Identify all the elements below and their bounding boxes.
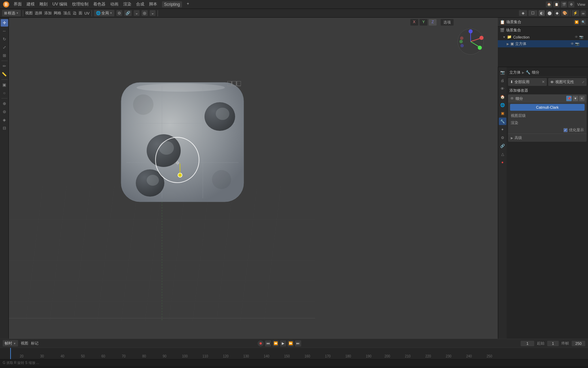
tool-annotate[interactable]: ✏ [1, 62, 8, 70]
menu-sculpt[interactable]: 雕刻 [39, 1, 48, 7]
advanced-row[interactable]: ▶ 高级 [508, 134, 587, 142]
timeline-mode[interactable]: 帧时 ▼ [3, 340, 18, 347]
header-view[interactable]: 视图 [25, 11, 33, 16]
prop-icon-render[interactable]: 📷 [499, 68, 506, 76]
modifier-vis-toggle[interactable]: 👁 [510, 96, 514, 101]
viewport-shading4[interactable]: 🎨 [561, 10, 569, 16]
header-vertex[interactable]: 顶点 [63, 11, 71, 16]
header-uv[interactable]: UV [84, 11, 89, 15]
tool-move[interactable]: ↔ [1, 27, 8, 35]
prop-icon-particles[interactable]: ✦ [499, 126, 506, 133]
tool-transform[interactable]: ⊞ [1, 52, 8, 59]
tool-rotate[interactable]: ↻ [1, 35, 8, 43]
xray-toggle[interactable]: ☐ [528, 10, 537, 16]
tool-loop-cut[interactable]: ⊟ [1, 124, 8, 132]
xyz-z-btn[interactable]: Z [429, 19, 437, 26]
tool-cursor[interactable]: ✛ [1, 19, 8, 27]
tool-add-cube[interactable]: ▣ [1, 81, 8, 89]
start-frame-input[interactable]: 1 [547, 341, 559, 346]
header-select[interactable]: 选择 [35, 11, 42, 16]
skip-end-btn[interactable]: ⏭ [295, 340, 301, 347]
menu-scripting2[interactable]: Scripting [162, 1, 182, 7]
topbar-icon-view[interactable]: 📋 [553, 1, 559, 7]
header-add[interactable]: 添加 [44, 11, 52, 16]
prop-icon-output[interactable]: 🖨 [499, 77, 506, 84]
viewport-shading3[interactable]: ◆ [554, 10, 560, 16]
record-btn[interactable]: ⏺ [258, 340, 264, 347]
prop-icon-constraints[interactable]: 🔗 [499, 142, 506, 150]
options-btn[interactable]: 选项 [441, 19, 454, 26]
view-gizmo[interactable]: X Y Z [457, 28, 484, 55]
move-dot[interactable] [178, 173, 182, 178]
topbar-icon-settings[interactable]: ⚙ [568, 1, 574, 7]
header-face[interactable]: 面 [79, 11, 82, 16]
view-extras[interactable]: ⚡ [572, 10, 579, 16]
header-edge[interactable]: 边 [73, 11, 77, 16]
menu-plus[interactable]: + [187, 1, 189, 7]
prop-icon-physics[interactable]: ⚙ [499, 134, 506, 141]
tool-add-circle[interactable]: ○ [1, 89, 8, 97]
catmull-clark-btn[interactable]: Catmull-Clark [510, 104, 585, 111]
viewport-vis-expand[interactable]: ⤢ [582, 80, 585, 84]
menu-render[interactable]: 渲染 [123, 1, 131, 7]
outliner-search[interactable]: 🔍 [581, 19, 586, 25]
mod-x-btn[interactable]: ✕ [579, 96, 585, 101]
current-frame[interactable]: 1 [521, 341, 534, 346]
menu-texture-paint[interactable]: 纹理绘制 [72, 1, 88, 7]
tool-measure[interactable]: 📏 [1, 71, 8, 78]
prop-icon-modifiers[interactable]: 🔧 [499, 118, 506, 125]
menu-compositing[interactable]: 合成 [136, 1, 144, 7]
apply-all-btn[interactable]: ⬇ 全部应用 ✕ [508, 78, 547, 86]
menu-modeling[interactable]: 建模 [27, 1, 35, 7]
step-fwd-btn[interactable]: ⏩ [288, 340, 294, 347]
outliner-collection-row[interactable]: ▼ 📁 Collection 👁 📷 [498, 34, 588, 40]
mod-expand-btn[interactable]: ▼ [573, 96, 578, 101]
overlay-toggle[interactable]: ◈ [519, 10, 527, 16]
prop-icon-world[interactable]: 🌐 [499, 101, 506, 109]
topbar-icon-scene[interactable]: 🏠 [546, 1, 552, 7]
topbar-icon-render[interactable]: 🎬 [561, 1, 567, 7]
menu-animation[interactable]: 动画 [110, 1, 118, 7]
xyz-x-btn[interactable]: X [410, 19, 418, 26]
viewport-shading[interactable]: ◐ [539, 10, 545, 16]
xyz-y-btn[interactable]: Y [420, 19, 427, 26]
transform-orient[interactable]: 🌐 全局 ▼ [94, 10, 114, 16]
tool-inset[interactable]: ⊜ [1, 108, 8, 116]
menu-uv[interactable]: UV 编辑 [52, 1, 67, 7]
tool-bevel[interactable]: ◈ [1, 116, 8, 124]
prop-icon-scene[interactable]: 🏠 [499, 93, 506, 101]
viewport-vis-btn[interactable]: 👁 视图可见性 ⤢ [548, 78, 587, 86]
skip-start-btn[interactable]: ⏮ [265, 340, 271, 347]
proportional-btn[interactable]: ◎ [142, 10, 148, 16]
mode-select[interactable]: ⊞ 框选 ▼ [2, 10, 21, 16]
mod-pin-btn[interactable]: 📌 [566, 96, 572, 101]
prop-icon-data[interactable]: △ [499, 150, 506, 158]
header-mesh[interactable]: 网格 [54, 11, 61, 16]
timeline-marker[interactable]: 标记 [31, 341, 38, 346]
snap-options[interactable]: ⌄ [134, 10, 140, 16]
prop-icon-object[interactable]: ▣ [499, 109, 506, 117]
viewport-shading2[interactable]: ⬤ [546, 10, 553, 16]
tool-scale[interactable]: ⤢ [1, 44, 8, 51]
snap-btn[interactable]: 🔗 [124, 10, 132, 16]
view-extras2[interactable]: ∞ [581, 11, 586, 16]
outliner-cube-row[interactable]: ▶ ▣ 立方体 👁 📷 [498, 40, 588, 47]
breadcrumb-submod[interactable]: 细分 [532, 70, 539, 75]
tool-extrude[interactable]: ⊕ [1, 100, 8, 107]
prop-icon-material[interactable]: ● [499, 158, 506, 166]
timeline-view[interactable]: 视图 [21, 341, 28, 346]
close-icon[interactable]: ✕ [542, 80, 545, 84]
step-back-btn[interactable]: ⏪ [273, 340, 279, 347]
pivot-btn[interactable]: ⊙ [116, 10, 122, 16]
menu-scripting[interactable]: 脚本 [149, 1, 157, 7]
proportional-options[interactable]: ⌄ [150, 10, 156, 16]
outliner-scene-row[interactable]: 🎬 场景集合 [498, 27, 588, 34]
menu-interface[interactable]: 界面 [14, 1, 22, 7]
end-frame-input[interactable]: 250 [572, 341, 585, 346]
outliner-filter[interactable]: 🔽 [574, 19, 579, 25]
menu-shader[interactable]: 着色器 [93, 1, 105, 7]
optimize-checkbox[interactable]: ✓ [564, 128, 568, 132]
prop-icon-view[interactable]: 👁 [499, 85, 506, 92]
play-btn[interactable]: ▶ [280, 340, 286, 347]
breadcrumb-object[interactable]: 立方体 [509, 70, 521, 75]
